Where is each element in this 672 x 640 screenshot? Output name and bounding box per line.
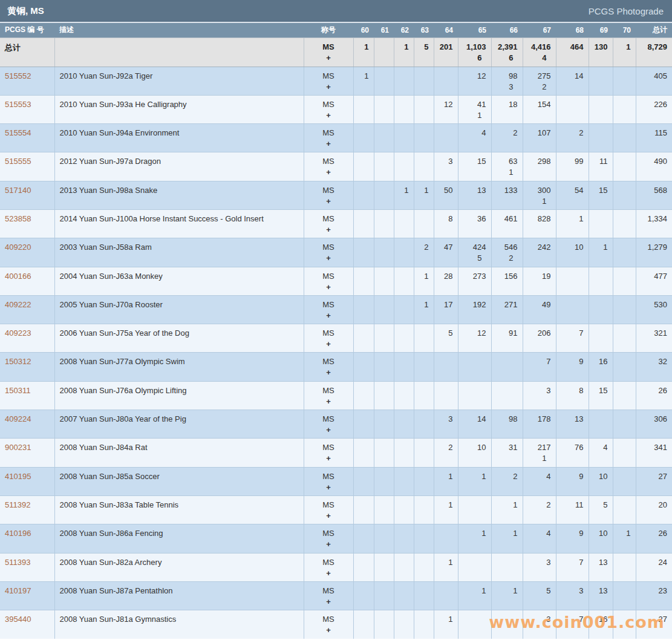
grade-count-cell xyxy=(374,467,394,495)
grade-count-cell xyxy=(491,381,523,410)
pcgs-number-link[interactable]: 523858 xyxy=(5,214,31,223)
row-total-cell: 405 xyxy=(636,67,672,95)
totals-grade-count-cell: 130 xyxy=(589,38,613,67)
page-title: 黄铜, MS xyxy=(7,5,44,17)
photograde-link[interactable]: PCGS Photograde xyxy=(589,6,664,16)
row-total-cell: 530 xyxy=(636,295,672,324)
pcgs-number-link[interactable]: 150311 xyxy=(5,386,30,395)
grade-count-cell xyxy=(394,381,414,410)
grade-count-cell xyxy=(394,553,414,581)
description-cell: 2005 Yuan Sun-J70a Rooster xyxy=(54,295,304,324)
grade-count-cell xyxy=(394,467,414,495)
table-row: 900231 2008 Yuan Sun-J84a Rat MS + 2 10 … xyxy=(0,439,672,467)
grade-count-cell: 1 xyxy=(589,238,613,267)
designation-cell: MS + xyxy=(304,410,353,439)
grade-count-cell: 54 xyxy=(556,181,589,209)
description-cell: 2008 Yuan Sun-J81a Gymnastics xyxy=(54,610,304,639)
pcgs-number-link[interactable]: 395440 xyxy=(5,615,31,624)
grade-count-cell: 3001 xyxy=(523,181,556,209)
grade-count-cell xyxy=(394,524,414,553)
grade-count-cell xyxy=(353,439,374,467)
header-pcgs-number: PCGS 编 号 xyxy=(0,23,54,38)
grade-count-cell: 12 xyxy=(458,67,491,95)
grade-count-cell: 1 xyxy=(491,524,523,553)
grade-count-cell: 2 xyxy=(523,495,556,524)
grade-count-cell xyxy=(374,410,394,439)
title-bar: 黄铜, MS PCGS Photograde xyxy=(0,0,672,23)
grade-count-cell: 99 xyxy=(556,152,589,181)
pcgs-number-link[interactable]: 900231 xyxy=(5,443,31,452)
grade-count-cell xyxy=(613,124,636,152)
pcgs-number-link[interactable]: 410195 xyxy=(5,472,31,481)
grade-count-cell xyxy=(613,209,636,238)
pcgs-number-cell: 515554 xyxy=(0,124,54,152)
description-cell: 2008 Yuan Sun-J77a Olympic Swim xyxy=(54,353,304,381)
grade-count-cell xyxy=(589,124,613,152)
pcgs-number-cell: 410196 xyxy=(0,524,54,553)
grade-count-cell: 15 xyxy=(458,152,491,181)
pcgs-number-link[interactable]: 410196 xyxy=(5,529,31,538)
grade-count-cell: 7 xyxy=(556,610,589,639)
grade-count-cell: 4 xyxy=(589,439,613,467)
pcgs-number-link[interactable]: 511393 xyxy=(5,558,30,567)
pcgs-number-link[interactable]: 511392 xyxy=(5,500,30,509)
pcgs-number-link[interactable]: 409224 xyxy=(5,414,31,423)
table-row: 150312 2008 Yuan Sun-J77a Olympic Swim M… xyxy=(0,353,672,381)
grade-count-cell xyxy=(394,610,414,639)
totals-grade-count-cell: 2,3916 xyxy=(491,38,523,67)
grade-count-cell xyxy=(434,124,458,152)
grade-count-cell xyxy=(374,495,394,524)
pcgs-number-cell: 400166 xyxy=(0,267,54,295)
pcgs-number-link[interactable]: 515555 xyxy=(5,157,31,166)
description-cell: 2004 Yuan Sun-J63a Monkey xyxy=(54,267,304,295)
pcgs-number-link[interactable]: 409220 xyxy=(5,243,31,252)
grade-count-cell: 2752 xyxy=(523,67,556,95)
grade-count-cell: 7 xyxy=(523,353,556,381)
grade-count-cell: 3 xyxy=(523,553,556,581)
grade-count-cell: 242 xyxy=(523,238,556,267)
row-total-cell: 490 xyxy=(636,152,672,181)
grade-count-cell: 8 xyxy=(434,209,458,238)
totals-label-cell: 总计 xyxy=(0,38,54,67)
designation-cell: MS + xyxy=(304,95,353,123)
pcgs-number-link[interactable]: 515553 xyxy=(5,100,31,109)
grade-count-cell xyxy=(374,124,394,152)
pcgs-number-link[interactable]: 409222 xyxy=(5,300,31,309)
pcgs-number-link[interactable]: 400166 xyxy=(5,272,31,281)
pcgs-number-link[interactable]: 515554 xyxy=(5,128,31,137)
pcgs-number-cell: 515552 xyxy=(0,67,54,95)
pcgs-number-link[interactable]: 517140 xyxy=(5,186,31,195)
grade-count-cell xyxy=(589,324,613,353)
grade-count-cell: 1 xyxy=(458,524,491,553)
grade-count-cell xyxy=(374,238,394,267)
grade-count-cell xyxy=(613,581,636,610)
grade-count-cell xyxy=(458,353,491,381)
grade-count-cell xyxy=(434,581,458,610)
pcgs-number-link[interactable]: 515552 xyxy=(5,71,31,80)
grade-count-cell xyxy=(556,267,589,295)
grade-count-cell: 28 xyxy=(434,267,458,295)
grade-count-cell xyxy=(613,495,636,524)
grade-count-cell: 1 xyxy=(434,610,458,639)
designation-cell: MS + xyxy=(304,581,353,610)
pcgs-number-link[interactable]: 410197 xyxy=(5,586,31,595)
totals-grade-count-cell: 4,4164 xyxy=(523,38,556,67)
pcgs-number-cell: 410197 xyxy=(0,581,54,610)
grade-column-header: 66 xyxy=(491,23,523,38)
grade-count-cell: 7 xyxy=(556,324,589,353)
grade-count-cell xyxy=(613,353,636,381)
description-cell: 2008 Yuan Sun-J84a Rat xyxy=(54,439,304,467)
pcgs-number-link[interactable]: 409223 xyxy=(5,328,31,338)
grade-count-cell xyxy=(394,295,414,324)
table-row: 515555 2012 Yuan Sun-J97a Dragon MS + 3 … xyxy=(0,152,672,181)
grade-column-header: 63 xyxy=(414,23,434,38)
description-cell: 2010 Yuan Sun-J92a Tiger xyxy=(54,67,304,95)
grade-column-header: 61 xyxy=(374,23,394,38)
grade-count-cell xyxy=(394,581,414,610)
grade-count-cell xyxy=(613,439,636,467)
pcgs-number-link[interactable]: 150312 xyxy=(5,357,31,366)
grade-column-header: 69 xyxy=(589,23,613,38)
grade-count-cell xyxy=(394,495,414,524)
grade-count-cell: 12 xyxy=(434,95,458,123)
pcgs-number-cell: 523858 xyxy=(0,209,54,238)
